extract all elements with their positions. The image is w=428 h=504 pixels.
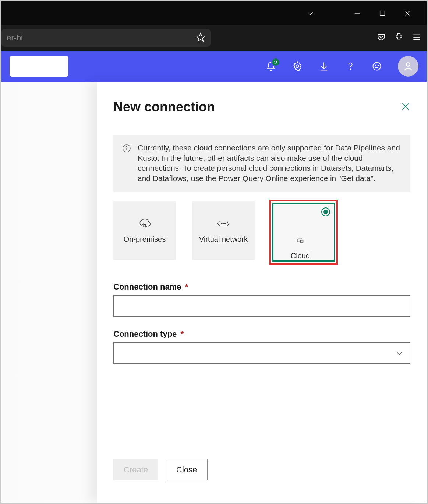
feedback-button[interactable] [371,61,382,72]
panel-header: New connection [113,99,410,115]
selected-indicator-icon [321,207,330,216]
window-minimize-button[interactable] [345,1,370,25]
close-button[interactable]: Close [166,459,208,480]
window-maximize-button[interactable] [370,1,395,25]
notification-badge: 2 [271,58,280,67]
notifications-button[interactable]: 2 [265,61,276,72]
info-text: Currently, these cloud connections are o… [138,143,402,184]
required-marker: * [185,282,188,291]
new-connection-panel: New connection Currently, these cloud co… [97,82,427,503]
connection-name-input[interactable] [113,295,410,317]
svg-point-14 [378,65,379,66]
connection-type-field: Connection type * [113,329,410,364]
option-label: On-premises [124,235,166,244]
bookmark-star-icon[interactable] [196,32,205,43]
address-text: er-bi [7,33,23,43]
window-close-button[interactable] [395,1,420,25]
virtual-network-icon [216,217,230,230]
page-content: New connection Currently, these cloud co… [1,82,427,503]
connection-type-select[interactable] [113,342,410,364]
field-label: Connection type * [113,329,410,339]
settings-button[interactable] [292,61,303,72]
browser-action-icons [376,32,421,43]
app-frame: er-bi 2 [1,1,427,503]
svg-point-22 [221,223,222,224]
connection-name-field: Connection name * [113,282,410,317]
chevron-down-icon [395,349,403,357]
info-banner: Currently, these cloud connections are o… [113,135,410,192]
option-cloud[interactable]: Cloud [272,203,335,262]
highlighted-option: Cloud [271,201,336,263]
browser-toolbar: er-bi [1,25,427,51]
window-title-bar [1,1,427,25]
download-button[interactable] [318,61,329,72]
svg-point-11 [350,69,351,70]
browser-menu-icon[interactable] [412,32,421,43]
svg-rect-1 [380,11,385,16]
address-bar[interactable]: er-bi [1,29,211,47]
search-input[interactable] [10,56,68,77]
cloud-icon [293,234,307,246]
svg-point-21 [126,146,127,147]
panel-footer: Create Close [113,459,208,480]
header-action-icons: 2 [265,56,418,77]
option-label: Virtual network [199,235,248,244]
panel-title: New connection [113,99,215,115]
option-label: Cloud [291,252,310,260]
svg-point-23 [223,223,224,224]
option-on-premises[interactable]: On-premises [113,201,176,260]
option-virtual-network[interactable]: Virtual network [192,201,255,260]
connection-kind-options: On-premises Virtual network [113,201,410,263]
field-label: Connection name * [113,282,410,292]
panel-close-button[interactable] [401,102,410,113]
help-button[interactable] [345,61,356,72]
svg-point-24 [224,223,226,224]
svg-marker-4 [197,33,205,41]
account-avatar[interactable] [398,56,418,77]
svg-point-8 [296,65,299,68]
required-marker: * [180,329,184,338]
svg-point-16 [406,63,410,66]
pocket-icon[interactable] [376,32,386,43]
app-header: 2 [1,51,427,82]
svg-point-12 [373,63,381,70]
svg-point-13 [375,65,376,66]
create-button[interactable]: Create [113,459,158,480]
tab-dropdown-button[interactable] [298,1,323,25]
on-premises-icon [138,217,152,230]
info-icon [122,144,131,153]
extensions-icon[interactable] [394,32,404,43]
